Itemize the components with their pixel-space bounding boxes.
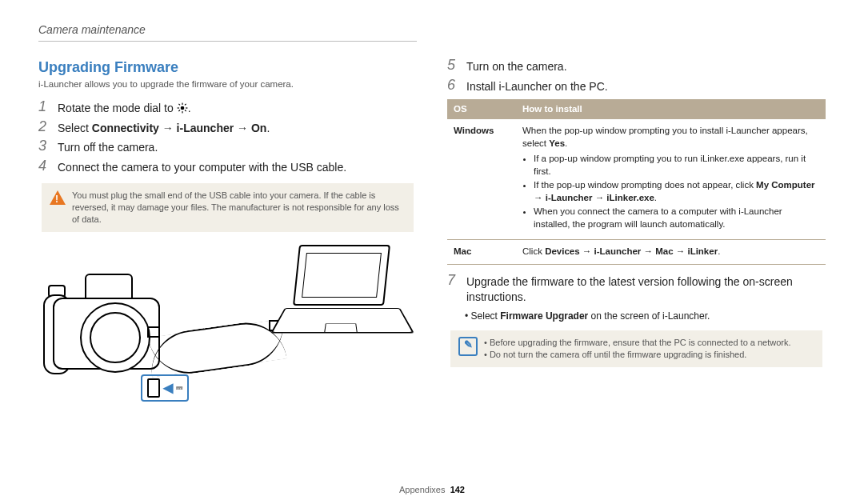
note-text: Do not turn the camera off until the fir… bbox=[490, 350, 746, 359]
substep-text: Select bbox=[471, 310, 501, 322]
step-number: 7 bbox=[447, 273, 458, 305]
how-cell: Click Devices → i-Launcher → Mac → iLink… bbox=[516, 240, 826, 265]
step-text-post: . bbox=[188, 102, 191, 114]
svg-rect-6 bbox=[184, 110, 186, 111]
step-number: 3 bbox=[38, 138, 50, 155]
step-text: Rotate the mode dial to bbox=[58, 102, 177, 114]
step-number: 4 bbox=[38, 158, 50, 175]
table-row: Mac Click Devices → i-Launcher → Mac → i… bbox=[447, 240, 826, 265]
svg-rect-5 bbox=[178, 103, 180, 105]
warning-callout: You must plug the small end of the USB c… bbox=[42, 183, 414, 232]
step-bold: Connectivity → i-Launcher → On bbox=[92, 122, 267, 134]
os-cell: Mac bbox=[447, 240, 516, 265]
cell-text: . bbox=[718, 246, 720, 256]
note-icon: ✎ bbox=[458, 337, 478, 356]
svg-rect-3 bbox=[177, 107, 178, 108]
list-item: If a pop-up window prompting you to run … bbox=[534, 153, 819, 178]
substep-text: on the screen of i-Launcher. bbox=[588, 310, 710, 322]
substep-bold: Firmware Upgrader bbox=[500, 310, 588, 322]
cell-text: . bbox=[565, 138, 567, 148]
substep: • Select Firmware Upgrader on the screen… bbox=[465, 310, 826, 322]
step-number: 1 bbox=[38, 99, 50, 116]
table-header-os: OS bbox=[447, 99, 516, 120]
step-text-post: . bbox=[266, 122, 270, 134]
footer-label: Appendixes bbox=[399, 485, 446, 494]
table-row: Windows When the pop-up window prompting… bbox=[447, 119, 826, 240]
step-4: 4 Connect the camera to your computer wi… bbox=[38, 158, 417, 175]
table-header-how: How to install bbox=[516, 99, 826, 120]
svg-rect-2 bbox=[182, 111, 182, 113]
cell-bold: Devices → i-Launcher → Mac → iLinker bbox=[545, 246, 718, 256]
step-3: 3 Turn off the camera. bbox=[38, 138, 417, 155]
step-5: 5 Turn on the camera. bbox=[447, 58, 826, 74]
page-footer: Appendixes 142 bbox=[0, 484, 864, 496]
os-cell: Windows bbox=[447, 119, 516, 240]
page-number: 142 bbox=[450, 485, 465, 494]
step-text: Select bbox=[58, 122, 92, 134]
step-7: 7 Upgrade the firmware to the latest ver… bbox=[447, 273, 826, 305]
note-text: Before upgrading the firmware, ensure th… bbox=[490, 338, 791, 347]
usb-small-end-badge: ◀ ⎓ bbox=[141, 374, 189, 402]
warning-icon bbox=[50, 190, 66, 206]
micro-usb-icon bbox=[147, 378, 160, 398]
how-cell: When the pop-up window prompting you to … bbox=[516, 119, 826, 240]
step-1: 1 Rotate the mode dial to . bbox=[38, 99, 417, 116]
cell-bold: Yes bbox=[549, 138, 565, 148]
cell-text: If the pop-up window prompting does not … bbox=[534, 180, 756, 190]
usb-symbol-icon: ⎓ bbox=[176, 380, 182, 395]
svg-rect-1 bbox=[182, 102, 182, 104]
step-text: Turn on the camera. bbox=[466, 58, 567, 74]
step-number: 5 bbox=[447, 58, 458, 74]
svg-rect-8 bbox=[178, 110, 180, 111]
warning-text: You must plug the small end of the USB c… bbox=[72, 190, 406, 226]
gear-icon bbox=[177, 102, 188, 114]
note-callout: ✎ • Before upgrading the firmware, ensur… bbox=[450, 330, 822, 367]
connection-illustration: ◀ ⎓ bbox=[38, 240, 417, 408]
step-number: 2 bbox=[38, 119, 50, 136]
step-number: 6 bbox=[447, 78, 458, 94]
section-title: Upgrading Firmware bbox=[38, 58, 417, 77]
cell-text: . bbox=[654, 193, 657, 202]
list-item: When you connect the camera to a compute… bbox=[534, 206, 819, 230]
note-item: • Before upgrading the firmware, ensure … bbox=[484, 337, 791, 349]
intro-text: i-Launcher allows you to upgrade the fir… bbox=[38, 78, 417, 91]
cell-text: Click bbox=[522, 246, 545, 256]
install-table: OS How to install Windows When the pop-u… bbox=[447, 99, 826, 265]
arrow-left-icon: ◀ bbox=[163, 379, 173, 397]
step-text: Turn off the camera. bbox=[58, 138, 158, 155]
svg-rect-7 bbox=[184, 103, 186, 105]
step-text: Upgrade the firmware to the latest versi… bbox=[466, 273, 826, 305]
step-6: 6 Install i-Launcher on the PC. bbox=[447, 78, 826, 94]
svg-point-0 bbox=[180, 106, 184, 110]
step-text: Connect the camera to your computer with… bbox=[58, 158, 346, 175]
step-2: 2 Select Connectivity → i-Launcher → On. bbox=[38, 119, 417, 136]
laptop-icon bbox=[278, 245, 406, 341]
breadcrumb: Camera maintenance bbox=[38, 22, 417, 42]
list-item: If the pop-up window prompting does not … bbox=[534, 179, 819, 204]
step-text: Install i-Launcher on the PC. bbox=[466, 78, 608, 94]
note-item: • Do not turn the camera off until the f… bbox=[484, 349, 791, 361]
